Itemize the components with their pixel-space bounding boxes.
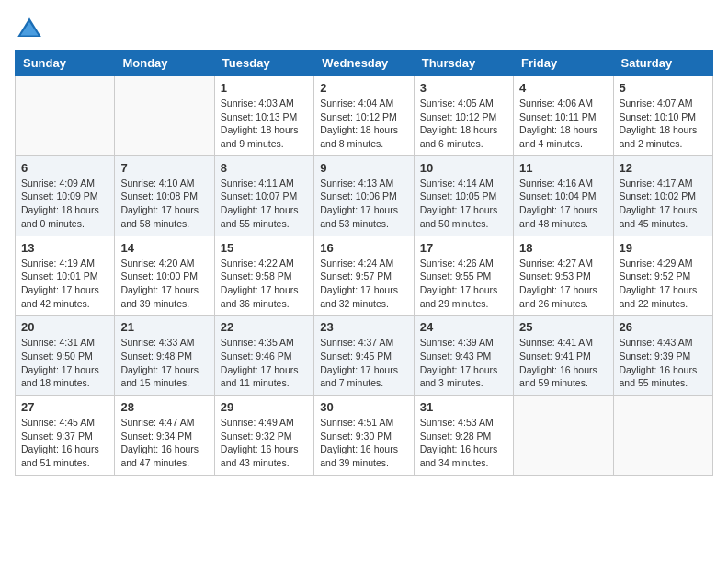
day-number: 15 — [221, 241, 308, 255]
day-info: Sunrise: 4:22 AM Sunset: 9:58 PM Dayligh… — [221, 257, 308, 311]
day-info: Sunrise: 4:19 AM Sunset: 10:01 PM Daylig… — [21, 257, 108, 311]
calendar-cell: 12Sunrise: 4:17 AM Sunset: 10:02 PM Dayl… — [613, 155, 712, 236]
calendar-cell: 1Sunrise: 4:03 AM Sunset: 10:13 PM Dayli… — [214, 76, 313, 156]
logo-icon — [15, 15, 44, 44]
day-number: 23 — [320, 320, 407, 334]
calendar-cell: 20Sunrise: 4:31 AM Sunset: 9:50 PM Dayli… — [16, 316, 115, 396]
calendar-cell: 16Sunrise: 4:24 AM Sunset: 9:57 PM Dayli… — [314, 236, 414, 316]
weekday-header-monday: Monday — [115, 51, 214, 76]
day-info: Sunrise: 4:47 AM Sunset: 9:34 PM Dayligh… — [120, 416, 208, 470]
weekday-header-wednesday: Wednesday — [314, 51, 414, 76]
day-info: Sunrise: 4:51 AM Sunset: 9:30 PM Dayligh… — [320, 416, 407, 470]
calendar-cell: 17Sunrise: 4:26 AM Sunset: 9:55 PM Dayli… — [414, 236, 513, 316]
calendar-cell: 15Sunrise: 4:22 AM Sunset: 9:58 PM Dayli… — [214, 236, 313, 316]
calendar-cell: 2Sunrise: 4:04 AM Sunset: 10:12 PM Dayli… — [314, 76, 414, 156]
day-number: 12 — [620, 161, 707, 175]
day-info: Sunrise: 4:29 AM Sunset: 9:52 PM Dayligh… — [620, 257, 707, 311]
calendar-cell: 8Sunrise: 4:11 AM Sunset: 10:07 PM Dayli… — [214, 155, 313, 236]
day-number: 24 — [420, 320, 507, 334]
day-number: 21 — [120, 320, 208, 334]
calendar-cell: 4Sunrise: 4:06 AM Sunset: 10:11 PM Dayli… — [514, 76, 613, 156]
day-info: Sunrise: 4:13 AM Sunset: 10:06 PM Daylig… — [320, 177, 407, 231]
day-info: Sunrise: 4:24 AM Sunset: 9:57 PM Dayligh… — [320, 257, 407, 311]
weekday-header-sunday: Sunday — [16, 51, 115, 76]
day-number: 11 — [519, 161, 607, 175]
day-info: Sunrise: 4:03 AM Sunset: 10:13 PM Daylig… — [221, 97, 308, 151]
day-number: 27 — [21, 400, 108, 414]
day-number: 13 — [21, 241, 108, 255]
calendar-cell: 29Sunrise: 4:49 AM Sunset: 9:32 PM Dayli… — [214, 396, 313, 476]
day-number: 5 — [620, 81, 707, 95]
day-info: Sunrise: 4:33 AM Sunset: 9:48 PM Dayligh… — [120, 336, 208, 390]
weekday-header-friday: Friday — [514, 51, 613, 76]
calendar-cell: 18Sunrise: 4:27 AM Sunset: 9:53 PM Dayli… — [514, 236, 613, 316]
calendar-cell: 22Sunrise: 4:35 AM Sunset: 9:46 PM Dayli… — [214, 316, 313, 396]
day-info: Sunrise: 4:14 AM Sunset: 10:05 PM Daylig… — [420, 177, 507, 231]
calendar-cell: 28Sunrise: 4:47 AM Sunset: 9:34 PM Dayli… — [115, 396, 214, 476]
day-info: Sunrise: 4:04 AM Sunset: 10:12 PM Daylig… — [320, 97, 407, 151]
weekday-header-row: SundayMondayTuesdayWednesdayThursdayFrid… — [16, 51, 713, 76]
day-number: 17 — [420, 241, 507, 255]
calendar-cell: 19Sunrise: 4:29 AM Sunset: 9:52 PM Dayli… — [613, 236, 712, 316]
calendar-cell: 27Sunrise: 4:45 AM Sunset: 9:37 PM Dayli… — [16, 396, 115, 476]
day-number: 10 — [420, 161, 507, 175]
calendar-cell: 21Sunrise: 4:33 AM Sunset: 9:48 PM Dayli… — [115, 316, 214, 396]
day-info: Sunrise: 4:11 AM Sunset: 10:07 PM Daylig… — [221, 177, 308, 231]
day-number: 29 — [221, 400, 308, 414]
calendar-cell: 3Sunrise: 4:05 AM Sunset: 10:12 PM Dayli… — [414, 76, 513, 156]
calendar-week-row: 1Sunrise: 4:03 AM Sunset: 10:13 PM Dayli… — [16, 76, 713, 156]
day-number: 30 — [320, 400, 407, 414]
day-info: Sunrise: 4:26 AM Sunset: 9:55 PM Dayligh… — [420, 257, 507, 311]
day-info: Sunrise: 4:20 AM Sunset: 10:00 PM Daylig… — [120, 257, 208, 311]
day-number: 9 — [320, 161, 407, 175]
calendar-cell: 11Sunrise: 4:16 AM Sunset: 10:04 PM Dayl… — [514, 155, 613, 236]
day-number: 14 — [120, 241, 208, 255]
weekday-header-thursday: Thursday — [414, 51, 513, 76]
day-number: 31 — [420, 400, 507, 414]
calendar-cell: 7Sunrise: 4:10 AM Sunset: 10:08 PM Dayli… — [115, 155, 214, 236]
day-info: Sunrise: 4:43 AM Sunset: 9:39 PM Dayligh… — [620, 336, 707, 390]
day-number: 22 — [221, 320, 308, 334]
day-info: Sunrise: 4:31 AM Sunset: 9:50 PM Dayligh… — [21, 336, 108, 390]
calendar-cell: 25Sunrise: 4:41 AM Sunset: 9:41 PM Dayli… — [514, 316, 613, 396]
day-number: 16 — [320, 241, 407, 255]
day-number: 19 — [620, 241, 707, 255]
day-info: Sunrise: 4:49 AM Sunset: 9:32 PM Dayligh… — [221, 416, 308, 470]
day-number: 8 — [221, 161, 308, 175]
day-info: Sunrise: 4:05 AM Sunset: 10:12 PM Daylig… — [420, 97, 507, 151]
calendar-cell: 9Sunrise: 4:13 AM Sunset: 10:06 PM Dayli… — [314, 155, 414, 236]
calendar-cell: 23Sunrise: 4:37 AM Sunset: 9:45 PM Dayli… — [314, 316, 414, 396]
day-info: Sunrise: 4:10 AM Sunset: 10:08 PM Daylig… — [120, 177, 208, 231]
calendar-cell: 26Sunrise: 4:43 AM Sunset: 9:39 PM Dayli… — [613, 316, 712, 396]
calendar-cell: 31Sunrise: 4:53 AM Sunset: 9:28 PM Dayli… — [414, 396, 513, 476]
calendar-cell: 14Sunrise: 4:20 AM Sunset: 10:00 PM Dayl… — [115, 236, 214, 316]
calendar-cell: 5Sunrise: 4:07 AM Sunset: 10:10 PM Dayli… — [613, 76, 712, 156]
calendar-cell — [115, 76, 214, 156]
day-number: 18 — [519, 241, 607, 255]
calendar-cell: 13Sunrise: 4:19 AM Sunset: 10:01 PM Dayl… — [16, 236, 115, 316]
calendar-cell: 6Sunrise: 4:09 AM Sunset: 10:09 PM Dayli… — [16, 155, 115, 236]
day-info: Sunrise: 4:45 AM Sunset: 9:37 PM Dayligh… — [21, 416, 108, 470]
day-info: Sunrise: 4:07 AM Sunset: 10:10 PM Daylig… — [620, 97, 707, 151]
day-number: 28 — [120, 400, 208, 414]
weekday-header-tuesday: Tuesday — [214, 51, 313, 76]
weekday-header-saturday: Saturday — [613, 51, 712, 76]
day-number: 20 — [21, 320, 108, 334]
calendar-week-row: 13Sunrise: 4:19 AM Sunset: 10:01 PM Dayl… — [16, 236, 713, 316]
day-info: Sunrise: 4:35 AM Sunset: 9:46 PM Dayligh… — [221, 336, 308, 390]
day-info: Sunrise: 4:17 AM Sunset: 10:02 PM Daylig… — [620, 177, 707, 231]
day-number: 25 — [519, 320, 607, 334]
day-info: Sunrise: 4:06 AM Sunset: 10:11 PM Daylig… — [519, 97, 607, 151]
calendar-cell: 10Sunrise: 4:14 AM Sunset: 10:05 PM Dayl… — [414, 155, 513, 236]
day-info: Sunrise: 4:39 AM Sunset: 9:43 PM Dayligh… — [420, 336, 507, 390]
day-number: 7 — [120, 161, 208, 175]
day-number: 3 — [420, 81, 507, 95]
calendar-cell: 30Sunrise: 4:51 AM Sunset: 9:30 PM Dayli… — [314, 396, 414, 476]
day-info: Sunrise: 4:09 AM Sunset: 10:09 PM Daylig… — [21, 177, 108, 231]
calendar-week-row: 20Sunrise: 4:31 AM Sunset: 9:50 PM Dayli… — [16, 316, 713, 396]
day-number: 4 — [519, 81, 607, 95]
calendar-cell — [613, 396, 712, 476]
day-info: Sunrise: 4:27 AM Sunset: 9:53 PM Dayligh… — [519, 257, 607, 311]
day-number: 6 — [21, 161, 108, 175]
calendar-week-row: 27Sunrise: 4:45 AM Sunset: 9:37 PM Dayli… — [16, 396, 713, 476]
